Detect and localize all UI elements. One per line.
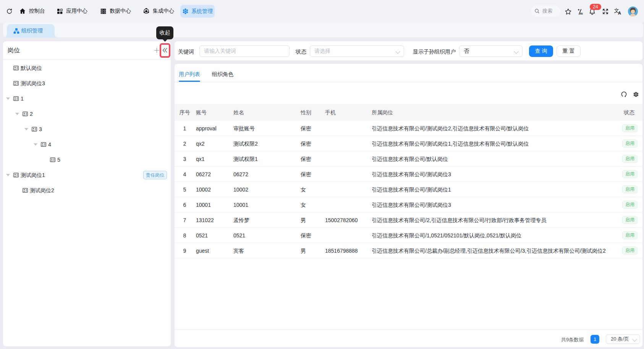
svg-text:A: A [618,11,621,15]
svg-text:Ai: Ai [580,12,583,15]
